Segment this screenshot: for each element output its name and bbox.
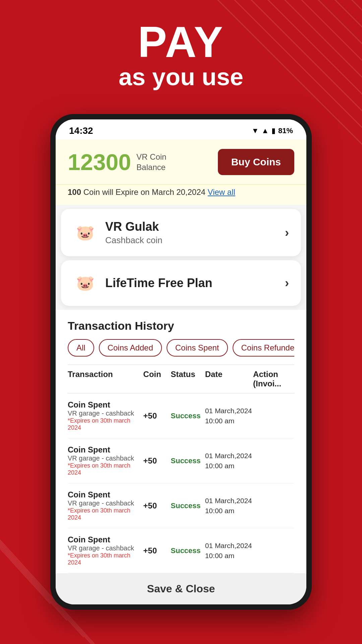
transaction-history-section: Transaction History All Coins Added Coin… [56, 310, 306, 573]
table-rows-container: Coin Spent VR garage - cashback *Expires… [68, 393, 294, 573]
row-transaction-3: Coin Spent VR garage - cashback *Expires… [68, 535, 143, 566]
col-transaction: Transaction [68, 370, 143, 388]
table-row: Coin Spent VR garage - cashback *Expires… [68, 528, 294, 573]
row-date-1: 01 March,202410:00 am [205, 451, 253, 471]
lifetime-bold: Free [158, 276, 183, 290]
expire-text: Coin will Expire on March 20,2024 [83, 187, 208, 197]
lifetime-icon: 🐷 [73, 271, 97, 295]
lifetime-plan-card-left: 🐷 LifeTime Free Plan [73, 271, 212, 295]
row-coin-1: +50 [143, 456, 171, 466]
vr-gulak-arrow: › [285, 226, 289, 240]
row-status-2: Success [171, 501, 205, 510]
expire-amount: 100 [68, 187, 81, 197]
gulak-icon: 🐷 [73, 221, 97, 245]
row-coin-0: +50 [143, 411, 171, 421]
view-all-link[interactable]: View all [208, 187, 235, 197]
row-status-1: Success [171, 457, 205, 465]
vr-gulak-card[interactable]: 🐷 VR Gulak Cashback coin › [61, 209, 301, 256]
row-status-3: Success [171, 546, 205, 555]
vr-gulak-card-left: 🐷 VR Gulak Cashback coin [73, 220, 163, 246]
filter-tab-coins-spent[interactable]: Coins Spent [167, 339, 228, 357]
filter-tab-coins-added[interactable]: Coins Added [99, 339, 162, 357]
table-header: Transaction Coin Status Date Action (Inv… [68, 365, 294, 393]
battery-icon: ▮ [272, 126, 276, 135]
svg-line-14 [0, 419, 50, 604]
vr-gulak-subtitle: Cashback coin [105, 235, 163, 246]
row-transaction-0: Coin Spent VR garage - cashback *Expires… [68, 400, 143, 431]
header-section: PAY as you use [0, 20, 362, 90]
wifi-icon: ▼ [251, 126, 259, 135]
row-date-2: 01 March,202410:00 am [205, 496, 253, 516]
filter-tab-coins-refunded[interactable]: Coins Refunde... [233, 339, 294, 357]
filter-tabs: All Coins Added Coins Spent Coins Refund… [68, 339, 294, 357]
row-coin-3: +50 [143, 546, 171, 555]
header-subtitle: as you use [0, 64, 362, 90]
col-coin: Coin [143, 370, 171, 388]
row-date-0: 01 March,202410:00 am [205, 406, 253, 426]
table-row: Coin Spent VR garage - cashback *Expires… [68, 393, 294, 438]
lifetime-prefix: LifeTime [105, 276, 158, 290]
lifetime-suffix: Plan [183, 276, 212, 290]
pay-title: PAY [0, 20, 362, 64]
status-icons: ▼ ▲ ▮ 81% [251, 126, 293, 135]
table-row: Coin Spent VR garage - cashback *Expires… [68, 438, 294, 483]
row-status-0: Success [171, 412, 205, 420]
status-bar: 14:32 ▼ ▲ ▮ 81% [56, 119, 306, 140]
expire-notice: 100 Coin will Expire on March 20,2024 Vi… [56, 184, 306, 205]
col-status: Status [171, 370, 205, 388]
lifetime-plan-arrow: › [285, 276, 289, 290]
row-transaction-1: Coin Spent VR garage - cashback *Expires… [68, 445, 143, 476]
coin-label: VR Coin Balance [136, 152, 166, 172]
status-time: 14:32 [69, 125, 93, 136]
filter-tab-all[interactable]: All [68, 339, 94, 357]
phone-screen: 14:32 ▼ ▲ ▮ 81% 12300 VR Coin Balance Bu… [56, 119, 306, 604]
lifetime-plan-title-wrapper: LifeTime Free Plan [105, 276, 212, 290]
save-close-bar[interactable]: Save & Close [56, 573, 306, 604]
transaction-title: Transaction History [68, 319, 294, 332]
row-date-3: 01 March,202410:00 am [205, 541, 253, 560]
lifetime-plan-title: LifeTime Free Plan [105, 276, 212, 290]
signal-icon: ▲ [261, 126, 269, 135]
coin-balance-section: 12300 VR Coin Balance Buy Coins [56, 140, 306, 184]
coin-amount: 12300 [68, 151, 131, 173]
lifetime-plan-card[interactable]: 🐷 LifeTime Free Plan › [61, 260, 301, 306]
phone-mockup: 14:32 ▼ ▲ ▮ 81% 12300 VR Coin Balance Bu… [50, 114, 312, 610]
vr-gulak-title: VR Gulak [105, 220, 163, 234]
battery-percent: 81% [278, 126, 293, 135]
buy-coins-button[interactable]: Buy Coins [218, 149, 294, 175]
col-action: Action (Invoi... [253, 370, 294, 388]
col-date: Date [205, 370, 253, 388]
table-row: Coin Spent VR garage - cashback *Expires… [68, 483, 294, 528]
row-transaction-2: Coin Spent VR garage - cashback *Expires… [68, 490, 143, 521]
row-coin-2: +50 [143, 501, 171, 511]
vr-gulak-info: VR Gulak Cashback coin [105, 220, 163, 246]
coin-balance-left: 12300 VR Coin Balance [68, 151, 166, 173]
